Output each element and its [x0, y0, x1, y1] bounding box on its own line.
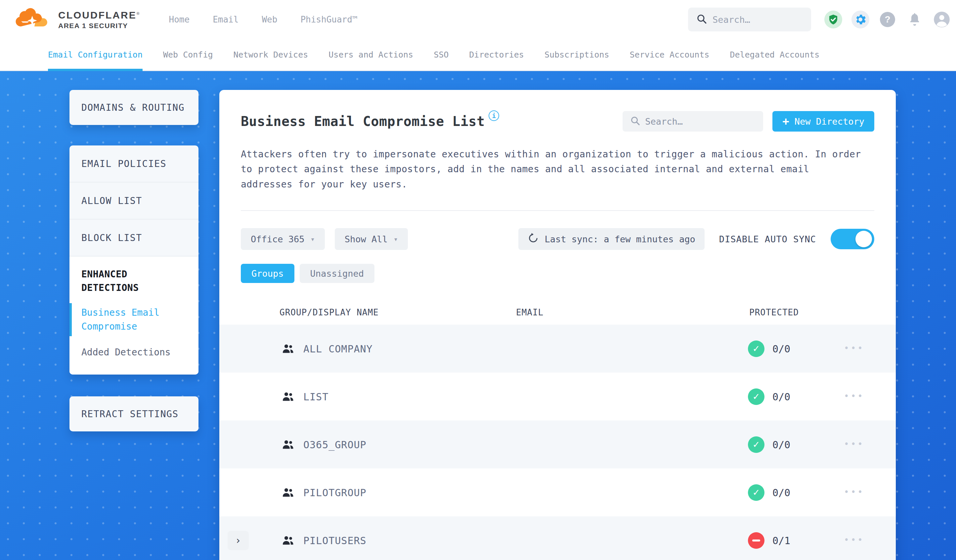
settings-sidebar: DOMAINS & ROUTING EMAIL POLICIES ALLOW L… [69, 90, 198, 431]
minus-icon [748, 532, 764, 549]
cloudflare-cloud-icon [14, 8, 53, 31]
brand-name: CLOUDFLARE® [58, 9, 141, 20]
protected-count: 0/0 [772, 486, 790, 498]
refresh-icon [528, 232, 539, 246]
directory-select[interactable]: Office 365 ▾ [241, 228, 325, 250]
filter-bar: Office 365 ▾ Show All ▾ Last sync: a few… [241, 228, 874, 250]
col-protected: PROTECTED [749, 307, 799, 317]
nav-item-home[interactable]: Home [169, 14, 190, 25]
protected-count: 0/1 [772, 535, 790, 546]
auto-sync-label: DISABLE AUTO SYNC [719, 234, 816, 244]
header-icons: ? [824, 11, 951, 28]
app-root: CLOUDFLARE® AREA 1 SECURITY Home Email W… [0, 0, 956, 560]
main-panel: Business Email Compromise Listi + New Di… [219, 90, 896, 560]
row-menu-button[interactable]: ••• [844, 486, 864, 497]
tab-web-config[interactable]: Web Config [163, 39, 213, 71]
sidebar-item-enhanced-detections[interactable]: ENHANCED DETECTIONS [82, 268, 161, 295]
table-row[interactable]: ALL COMPANY ✓ 0/0 ••• [219, 325, 896, 373]
chevron-down-icon: ▾ [311, 235, 315, 243]
check-icon: ✓ [748, 436, 764, 453]
sidebar-item-block-list[interactable]: BLOCK LIST [69, 220, 198, 257]
sidebar-item-business-email-compromise[interactable]: Business Email Compromise [82, 306, 167, 334]
brand-logo[interactable]: CLOUDFLARE® AREA 1 SECURITY [14, 8, 141, 31]
group-name: PILOTUSERS [303, 535, 366, 546]
col-email: EMAIL [516, 307, 544, 317]
groups-table: GROUP/DISPLAY NAME EMAIL PROTECTED ALL C… [219, 298, 896, 560]
sidebar-item-domains-routing[interactable]: DOMAINS & ROUTING [69, 90, 198, 125]
nav-item-web[interactable]: Web [262, 14, 277, 25]
group-icon [282, 392, 293, 402]
expand-chevron-button[interactable]: › [228, 531, 249, 550]
row-menu-button[interactable]: ••• [844, 391, 864, 401]
help-icon[interactable]: ? [879, 11, 896, 28]
toggle-knob [855, 231, 872, 247]
group-icon [282, 535, 293, 546]
shield-check-icon[interactable] [824, 11, 842, 28]
page-description: Attackers often try to impersonate execu… [241, 147, 866, 192]
group-name: O365_GROUP [303, 439, 366, 450]
tab-network-devices[interactable]: Network Devices [234, 39, 308, 71]
tab-subscriptions[interactable]: Subscriptions [544, 39, 609, 71]
table-row[interactable]: PILOTGROUP ✓ 0/0 ••• [219, 468, 896, 516]
global-search-input[interactable] [712, 14, 803, 25]
last-sync-button[interactable]: Last sync: a few minutes ago [518, 228, 704, 250]
registered-mark: ® [137, 11, 141, 16]
table-header: GROUP/DISPLAY NAME EMAIL PROTECTED [219, 298, 896, 325]
sidebar-item-email-policies[interactable]: EMAIL POLICIES [69, 146, 198, 182]
table-row[interactable]: LIST ✓ 0/0 ••• [219, 373, 896, 420]
tab-users-and-actions[interactable]: Users and Actions [329, 39, 413, 71]
protected-count: 0/0 [772, 343, 790, 355]
new-directory-button[interactable]: + New Directory [772, 111, 874, 132]
list-search-input[interactable] [645, 116, 756, 127]
bell-icon[interactable] [906, 11, 924, 28]
sidebar-item-retract-settings[interactable]: RETRACT SETTINGS [69, 396, 198, 431]
table-row[interactable]: › PILOTUSERS 0/1 ••• [219, 516, 896, 560]
groups-tab[interactable]: Groups [241, 264, 294, 283]
global-search[interactable] [688, 8, 811, 31]
group-name: ALL COMPANY [303, 343, 373, 355]
top-header: CLOUDFLARE® AREA 1 SECURITY Home Email W… [0, 0, 956, 39]
primary-nav: Home Email Web PhishGuard™ [169, 14, 358, 25]
list-search[interactable] [623, 111, 763, 132]
plus-icon: + [782, 116, 789, 127]
auto-sync-toggle[interactable] [831, 229, 874, 249]
secondary-nav: Email Configuration Web Config Network D… [0, 39, 956, 71]
nav-item-email[interactable]: Email [213, 14, 239, 25]
sidebar-card-domains: DOMAINS & ROUTING [69, 90, 198, 125]
row-menu-button[interactable]: ••• [844, 343, 864, 353]
tab-sso[interactable]: SSO [434, 39, 448, 71]
section-divider [241, 210, 874, 211]
protected-count: 0/0 [772, 439, 790, 450]
main-header: Business Email Compromise Listi + New Di… [241, 111, 874, 132]
avatar-icon[interactable] [933, 11, 951, 28]
tab-email-configuration[interactable]: Email Configuration [48, 39, 143, 71]
group-icon [282, 440, 293, 450]
group-icon [282, 488, 293, 497]
search-icon [630, 115, 640, 127]
group-name: LIST [303, 391, 329, 402]
row-menu-button[interactable]: ••• [844, 535, 864, 544]
group-name: PILOTGROUP [303, 486, 366, 498]
tab-directories[interactable]: Directories [469, 39, 524, 71]
page-title: Business Email Compromise Listi [241, 114, 499, 129]
info-icon[interactable]: i [489, 110, 499, 121]
view-switcher: Groups Unassigned [241, 264, 874, 283]
table-row[interactable]: O365_GROUP ✓ 0/0 ••• [219, 420, 896, 468]
show-filter-select[interactable]: Show All ▾ [335, 228, 408, 250]
brand-subtitle: AREA 1 SECURITY [58, 22, 141, 30]
sidebar-item-allow-list[interactable]: ALLOW LIST [69, 182, 198, 220]
tab-delegated-accounts[interactable]: Delegated Accounts [730, 39, 819, 71]
sidebar-item-added-detections[interactable]: Added Detections [82, 345, 187, 359]
check-icon: ✓ [748, 484, 764, 501]
chevron-down-icon: ▾ [394, 235, 398, 243]
check-icon: ✓ [748, 388, 764, 405]
unassigned-tab[interactable]: Unassigned [300, 264, 375, 283]
nav-item-phishguard[interactable]: PhishGuard™ [300, 14, 357, 25]
tab-service-accounts[interactable]: Service Accounts [630, 39, 709, 71]
gear-icon[interactable] [851, 11, 870, 28]
sidebar-card-retract: RETRACT SETTINGS [69, 396, 198, 431]
group-icon [282, 344, 293, 354]
col-group-display-name: GROUP/DISPLAY NAME [280, 307, 379, 317]
row-menu-button[interactable]: ••• [844, 439, 864, 449]
search-icon [696, 13, 707, 26]
